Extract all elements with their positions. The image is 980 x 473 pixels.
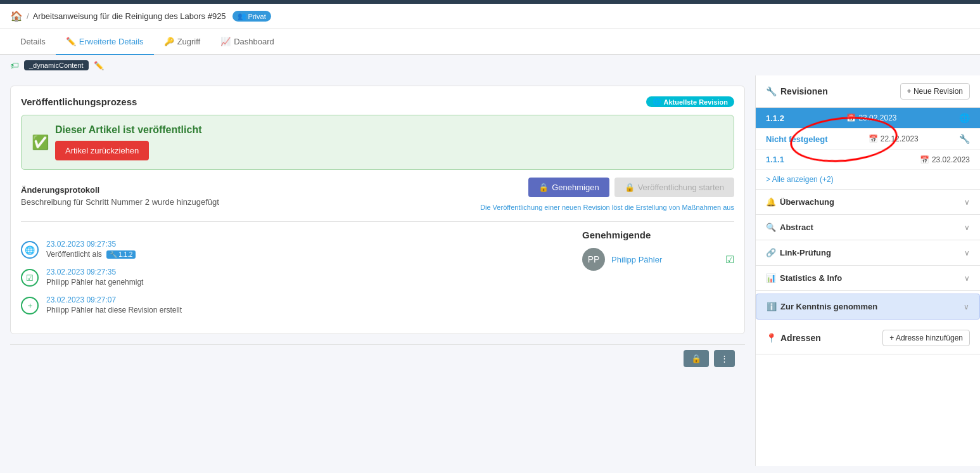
map-pin-icon: 📍 xyxy=(766,333,777,343)
tabs-bar: Details ✏️ Erweiterte Details 🔑 Zugriff … xyxy=(0,29,980,55)
approvers-title: Genehmigende xyxy=(582,230,734,240)
sidebar-abstract[interactable]: 🔍 Abstract ∨ xyxy=(756,215,980,240)
sidebar-link-pruefung[interactable]: 🔗 Link-Prüfung ∨ xyxy=(756,240,980,266)
veroeffentlichung-title: Veröffentlichungsprozess 🌐 Aktuellste Re… xyxy=(21,96,734,107)
revision-icon: 🔧 xyxy=(766,86,777,96)
rev-date-1: 📅 22.12.2023 xyxy=(869,134,919,143)
rev-tool-icon-1: 🔧 xyxy=(959,134,970,144)
timeline-desc-1: Veröffentlicht als 🔧 1.1.2 xyxy=(46,250,136,259)
timeline-item-2: ☑ 23.02.2023 09:27:35 Philipp Pähler hat… xyxy=(21,268,554,287)
revision-title: 🔧 Revisionen xyxy=(766,86,828,96)
rev-globe-icon-0: 🌐 xyxy=(959,113,970,123)
tab-zugriff-label: Zugriff xyxy=(177,37,201,46)
home-icon[interactable]: 🏠 xyxy=(10,10,23,22)
timeline: 🌐 23.02.2023 09:27:35 Veröffentlicht als… xyxy=(21,240,554,323)
sidebar: 🔧 Revisionen + Neue Revision 1.1.2 📅 23.… xyxy=(755,75,980,466)
info-icon: ℹ️ xyxy=(767,302,777,311)
approvers-section: Genehmigende PP Philipp Pähler ☑ xyxy=(570,230,734,323)
adressen-section: 📍 Adressen + Adresse hinzufügen xyxy=(756,322,980,354)
chart-icon: 📈 xyxy=(220,37,231,46)
stats-icon: 📊 xyxy=(766,273,776,283)
approver-check-0: ☑ xyxy=(725,254,734,266)
main-layout: Veröffentlichungsprozess 🌐 Aktuellste Re… xyxy=(0,75,980,466)
search-icon: 🔍 xyxy=(766,223,776,232)
approver-name-0: Philipp Pähler xyxy=(611,255,719,264)
sidebar-zur-kenntnis[interactable]: ℹ️ Zur Kenntnis genommen ∨ xyxy=(756,294,980,320)
timeline-time-3: 23.02.2023 09:27:07 xyxy=(46,295,182,304)
aktuellste-badge: 🌐 Aktuellste Revision xyxy=(646,96,734,107)
rev-version-1: Nicht festgelegt xyxy=(766,134,828,144)
link-icon: 🔗 xyxy=(766,248,776,257)
rev-date-2: 📅 23.02.2023 xyxy=(920,155,970,164)
timeline-item-3: ＋ 23.02.2023 09:27:07 Philipp Pähler hat… xyxy=(21,295,554,314)
publish-button: 🔒 Veröffentlichung starten xyxy=(614,178,734,197)
change-log-desc: Beschreibung für Schritt Nummer 2 wurde … xyxy=(21,197,470,207)
withdraw-button[interactable]: Artikel zurückziehen xyxy=(55,141,149,160)
published-check-icon: ✅ xyxy=(32,134,49,151)
version-badge-1: 🔧 1.1.2 xyxy=(106,250,136,259)
timeline-dot-plus: ＋ xyxy=(21,297,39,314)
sidebar-statistics[interactable]: 📊 Statistics & Info ∨ xyxy=(756,266,980,291)
approver-row-0: PP Philipp Pähler ☑ xyxy=(582,248,734,271)
adressen-title: 📍 Adressen xyxy=(766,333,821,343)
veroeffentlichung-card: Veröffentlichungsprozess 🌐 Aktuellste Re… xyxy=(10,86,745,334)
content-area: Veröffentlichungsprozess 🌐 Aktuellste Re… xyxy=(0,75,755,466)
cal-icon-0: 📅 xyxy=(846,113,856,122)
revision-item-2[interactable]: 1.1.1 📅 23.02.2023 xyxy=(756,150,980,170)
version-badge-icon: 🔧 xyxy=(110,251,117,258)
bottom-action-bar: 🔒 ⋮ xyxy=(10,344,745,372)
lock-button[interactable]: 🔒 xyxy=(684,350,709,367)
tab-erweiterte-details-label: Erweiterte Details xyxy=(79,37,144,46)
approver-avatar-0: PP xyxy=(582,248,605,271)
ueberwachung-chevron: ∨ xyxy=(964,198,970,207)
published-box: ✅ Dieser Artikel ist veröffentlicht Arti… xyxy=(21,115,734,170)
abstract-chevron: ∨ xyxy=(964,223,970,232)
cal-icon-2: 📅 xyxy=(920,155,929,164)
tag-bar: 🏷 _dynamicContent ✏️ xyxy=(0,55,980,75)
publish-note: Die Veröffentlichung einer neuen Revisio… xyxy=(480,204,734,211)
tab-details[interactable]: Details xyxy=(10,29,56,55)
timeline-desc-3: Philipp Pähler hat diese Revision erstel… xyxy=(46,306,182,314)
revision-item-1[interactable]: Nicht festgelegt 📅 22.12.2023 🔧 xyxy=(756,129,980,150)
approve-button[interactable]: 🔒 Genehmigen xyxy=(528,178,609,197)
timeline-time-2: 23.02.2023 09:27:35 xyxy=(46,268,143,276)
tab-dashboard[interactable]: 📈 Dashboard xyxy=(210,29,284,55)
dots-button[interactable]: ⋮ xyxy=(714,350,735,367)
timeline-dot-globe: 🌐 xyxy=(21,241,39,259)
breadcrumb-separator: / xyxy=(27,11,29,21)
show-all-revisions[interactable]: > Alle anzeigen (+2) xyxy=(756,170,980,190)
stats-chevron: ∨ xyxy=(964,274,970,283)
rev-date-0: 📅 23.02.2023 xyxy=(846,113,896,122)
cal-icon-1: 📅 xyxy=(869,134,878,143)
lock-icon: 🔒 xyxy=(538,183,549,192)
breadcrumb-title: Arbeitsanweisung für die Reinigung des L… xyxy=(33,11,226,21)
action-buttons-area: 🔒 Genehmigen 🔒 Veröffentlichung starten … xyxy=(480,178,734,211)
published-text: Dieser Artikel ist veröffentlicht xyxy=(55,124,201,136)
key-icon: 🔑 xyxy=(164,37,174,46)
zur-kenntnis-chevron: ∨ xyxy=(964,302,969,311)
tag-icon: 🏷 xyxy=(10,60,19,70)
bell-icon: 🔔 xyxy=(766,197,776,207)
tab-erweiterte-details[interactable]: ✏️ Erweiterte Details xyxy=(56,29,154,55)
tab-dashboard-label: Dashboard xyxy=(234,37,274,46)
timeline-desc-2: Philipp Pähler hat genehmigt xyxy=(46,278,143,287)
tag-edit-icon[interactable]: ✏️ xyxy=(94,61,104,70)
globe-small-icon: 🌐 xyxy=(652,98,661,106)
breadcrumb: 🏠 / Arbeitsanweisung für die Reinigung d… xyxy=(0,4,980,29)
new-revision-button[interactable]: + Neue Revision xyxy=(900,83,970,100)
revision-item-0[interactable]: 1.1.2 📅 23.02.2023 🌐 xyxy=(756,108,980,129)
timeline-dot-check: ☑ xyxy=(21,269,39,287)
rev-version-0: 1.1.2 xyxy=(766,113,784,123)
privat-badge: 👥 Privat xyxy=(232,11,271,22)
timeline-item-1: 🌐 23.02.2023 09:27:35 Veröffentlicht als… xyxy=(21,240,554,259)
privat-badge-icon: 👥 xyxy=(238,12,246,20)
sidebar-ueberwachung[interactable]: 🔔 Überwachung ∨ xyxy=(756,190,980,215)
rev-version-2: 1.1.1 xyxy=(766,155,784,164)
revision-header: 🔧 Revisionen + Neue Revision xyxy=(756,75,980,108)
tag-dynamic-content: _dynamicContent xyxy=(24,60,89,70)
pencil-icon: ✏️ xyxy=(66,37,76,46)
lock-disabled-icon: 🔒 xyxy=(625,183,635,192)
add-address-button[interactable]: + Adresse hinzufügen xyxy=(882,330,970,346)
tab-zugriff[interactable]: 🔑 Zugriff xyxy=(154,29,211,55)
change-log: Änderungsprotokoll Beschreibung für Schr… xyxy=(21,185,470,207)
